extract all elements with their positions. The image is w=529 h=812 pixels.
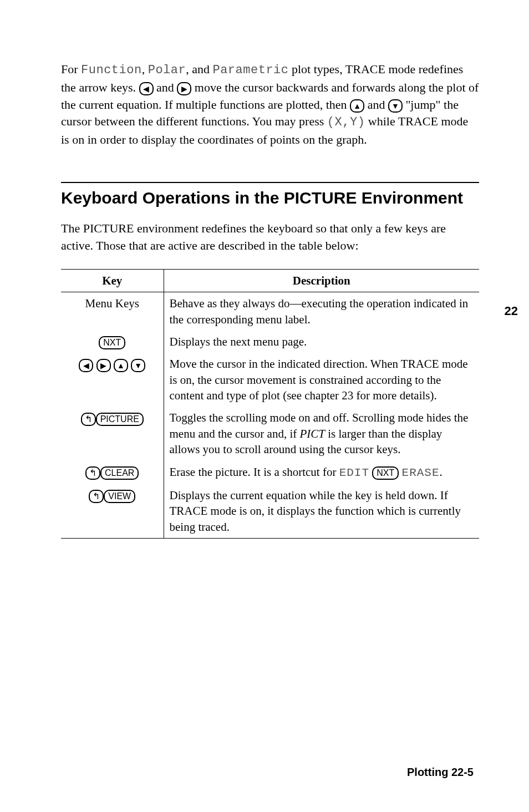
- down-arrow-key-icon: ▼: [388, 99, 403, 113]
- section-body: The PICTURE environment redefines the ke…: [61, 220, 479, 255]
- shift-key-icon: ↰: [85, 466, 100, 480]
- left-arrow-key-icon: ◀: [139, 82, 154, 95]
- intro-paragraph: For Function, Polar, and Parametric plot…: [61, 61, 479, 149]
- key-cell: ↰CLEAR: [61, 461, 164, 484]
- key-cell: ◀ ▶ ▲ ▼: [61, 353, 164, 407]
- nxt-key-icon: NXT: [99, 336, 125, 349]
- th-key: Key: [61, 270, 164, 292]
- table-row: ↰VIEW Displays the current equation whil…: [61, 484, 479, 539]
- section-divider: [61, 182, 479, 183]
- desc-cell: Erase the picture. It is a shortcut for …: [164, 461, 479, 484]
- table-row: ↰PICTURE Toggles the scrolling mode on a…: [61, 407, 479, 460]
- left-arrow-key-icon: ◀: [79, 359, 93, 372]
- intro-text: For: [61, 62, 81, 76]
- table-row: ◀ ▶ ▲ ▼ Move the cursor in the indicated…: [61, 353, 479, 407]
- desc-cell: Move the cursor in the indicated directi…: [164, 353, 479, 407]
- up-arrow-key-icon: ▲: [350, 99, 364, 113]
- nxt-key-icon: NXT: [372, 466, 399, 480]
- picture-key-icon: PICTURE: [96, 413, 144, 426]
- desc-cell: Behave as they always do—executing the o…: [164, 292, 479, 331]
- desc-cell: Toggles the scrolling mode on and off. S…: [164, 407, 479, 460]
- desc-cell: Displays the next menu page.: [164, 331, 479, 353]
- intro-sep1: ,: [142, 62, 148, 76]
- right-arrow-key-icon: ▶: [177, 82, 191, 95]
- down-arrow-key-icon: ▼: [131, 359, 145, 372]
- desc-text: Erase the picture. It is a shortcut for: [170, 465, 339, 479]
- key-cell: ↰PICTURE: [61, 407, 164, 460]
- pict-italic: PICT: [300, 427, 325, 440]
- desc-text-2: .: [440, 465, 442, 479]
- keyboard-table: Key Description Menu Keys Behave as they…: [61, 269, 479, 539]
- edit-softkey: EDIT: [339, 466, 369, 479]
- mono-polar: Polar: [148, 63, 186, 77]
- mono-function: Function: [81, 63, 142, 77]
- table-row: ↰CLEAR Erase the picture. It is a shortc…: [61, 461, 479, 484]
- shift-key-icon: ↰: [89, 490, 104, 503]
- key-cell: Menu Keys: [61, 292, 164, 331]
- th-description: Description: [164, 270, 479, 292]
- key-cell: ↰VIEW: [61, 484, 164, 539]
- section-title: Keyboard Operations in the PICTURE Envir…: [61, 187, 479, 209]
- intro-text-3: and: [154, 80, 177, 94]
- page-footer: Plotting 22-5: [407, 766, 474, 779]
- erase-softkey: ERASE: [402, 466, 440, 479]
- up-arrow-key-icon: ▲: [114, 359, 128, 372]
- desc-cell: Displays the current equation while the …: [164, 484, 479, 539]
- clear-key-icon: CLEAR: [100, 466, 139, 480]
- view-key-icon: VIEW: [104, 490, 135, 503]
- xy-softkey: (X,Y): [327, 115, 365, 129]
- chapter-tab: 22: [505, 304, 518, 318]
- key-cell: NXT: [61, 331, 164, 353]
- table-row: NXT Displays the next menu page.: [61, 331, 479, 353]
- mono-parametric: Parametric: [212, 63, 288, 77]
- right-arrow-key-icon: ▶: [96, 359, 111, 372]
- intro-text-5: and: [364, 98, 388, 111]
- table-row: Menu Keys Behave as they always do—execu…: [61, 292, 479, 331]
- intro-sep2: , and: [186, 62, 212, 76]
- shift-key-icon: ↰: [81, 413, 96, 426]
